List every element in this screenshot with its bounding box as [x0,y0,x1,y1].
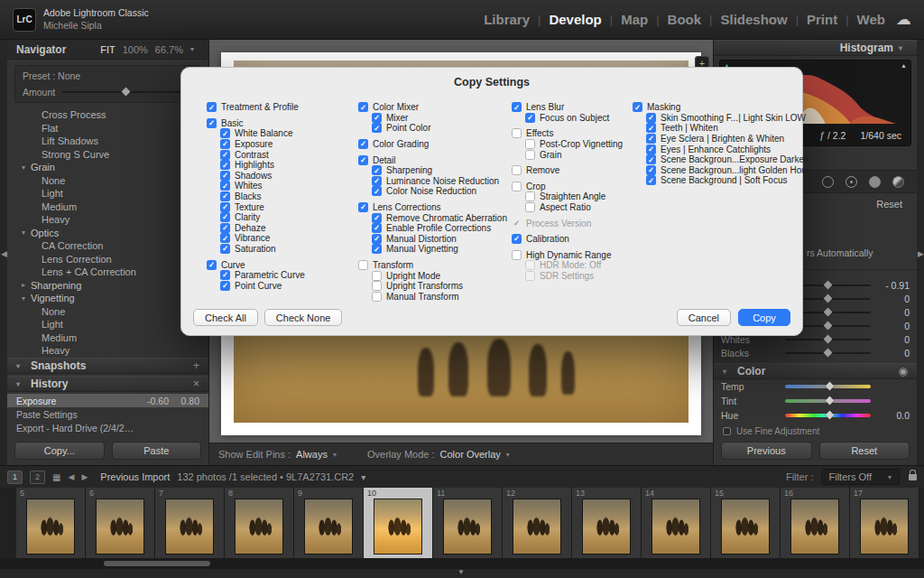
checkbox-sharpening[interactable]: ✓ [372,165,382,175]
filmstrip-thumbnail-5[interactable]: 5 [16,488,86,558]
filmstrip-thumbnail-15[interactable]: 15 [711,488,781,558]
thumbnail-photo[interactable] [166,499,213,554]
zoom-100-button[interactable]: 100% [123,44,148,55]
checkbox-row-clarity[interactable]: ✓Clarity [220,212,365,223]
module-tab-develop[interactable]: Develop [549,12,601,27]
history-step-paste-settings[interactable]: Paste Settings [7,407,208,421]
preset-item-heavy[interactable]: Heavy [7,344,208,358]
preset-item-lens-correction[interactable]: Lens Correction [7,253,208,266]
paste-settings-button[interactable]: Paste [112,442,202,460]
checkbox-row-white-balance[interactable]: ✓White Balance [220,128,365,139]
thumbnail-photo[interactable] [722,499,769,554]
checkbox-row-process-version[interactable]: ✓Process Version [512,218,670,228]
checkbox-mixer[interactable]: ✓ [372,113,382,123]
preset-item-medium[interactable]: Medium [7,200,208,214]
checkbox-highlights[interactable]: ✓ [220,160,230,170]
checkbox-row-straighten-angle[interactable]: Straighten Angle [525,191,670,202]
checkbox-aspect-ratio[interactable] [525,202,535,212]
healing-tool-icon[interactable] [845,176,857,188]
preset-item-light[interactable]: Light [7,318,208,331]
auto-update-label[interactable]: rs Automatically [807,247,873,258]
filmstrip-thumbnail-7[interactable]: 7 [155,488,225,558]
module-tab-map[interactable]: Map [621,12,648,27]
preset-item-ca-correction[interactable]: CA Correction [7,239,208,253]
zoom-dropdown-icon[interactable]: ▾ [190,45,199,53]
checkbox-row-detail[interactable]: ✓Detail [358,154,517,165]
checkbox-row-shadows[interactable]: ✓Shadows [220,171,365,182]
preset-item-medium[interactable]: Medium [7,331,208,345]
slider-knob[interactable] [823,334,832,343]
thumbnail-photo[interactable] [513,499,560,554]
filmstrip-thumbnail-14[interactable]: 14 [642,488,711,558]
amount-slider-knob[interactable] [121,88,130,97]
add-snapshot-button[interactable]: + [193,359,199,372]
history-step-exposure[interactable]: Exposure-0.600.80 [7,394,208,407]
clear-history-button[interactable]: × [193,378,199,390]
checkbox-color-noise-reduction[interactable]: ✓ [372,186,382,196]
module-tab-print[interactable]: Print [807,12,837,27]
checkbox-whites[interactable]: ✓ [220,181,230,191]
checkbox-contrast[interactable]: ✓ [220,150,230,160]
checkbox-effects[interactable] [512,128,522,138]
checkbox-lens-blur[interactable]: ✓ [512,102,522,112]
filmstrip-source[interactable]: Previous Import [100,471,170,482]
copy-button[interactable]: Copy [738,309,790,326]
checkbox-eyes-enhance-catchlights[interactable]: ✓ [646,144,656,154]
reset-button[interactable]: Reset [819,442,910,460]
filmstrip-selection-info[interactable]: 132 photos /1 selected • 9L7A2731.CR2 [177,471,354,482]
amount-slider[interactable] [62,91,193,93]
checkbox-row-mixer[interactable]: ✓Mixer [372,113,517,124]
checkbox-process-version[interactable]: ✓ [512,219,522,228]
checkbox-row-manual-distortion[interactable]: ✓Manual Distortion [372,234,517,245]
red-eye-tool-icon[interactable] [869,176,881,188]
checkbox-row-sharpening[interactable]: ✓Sharpening [372,165,517,176]
checkbox-upright-mode[interactable] [372,271,382,281]
checkbox-row-lens-corrections[interactable]: ✓Lens Corrections [358,202,517,213]
preset-item-none[interactable]: None [7,174,208,188]
temp-slider-knob[interactable] [825,382,834,391]
slider-track[interactable] [785,352,871,354]
slider-knob[interactable] [823,348,832,357]
checkbox-grain[interactable] [525,150,535,160]
checkbox-lens-corrections[interactable]: ✓ [358,202,368,212]
checkbox-row-manual-vignetting[interactable]: ✓Manual Vignetting [372,244,517,255]
checkbox-texture[interactable]: ✓ [220,202,230,212]
check-none-button[interactable]: Check None [264,309,343,326]
cloud-sync-icon[interactable]: ☁ [896,10,911,29]
preset-item-none[interactable]: None [7,305,208,319]
slider-knob[interactable] [823,307,832,316]
chevron-down-icon[interactable]: ▾ [361,472,365,482]
preset-item-light[interactable]: Light [7,187,208,200]
thumbnail-photo[interactable] [583,499,630,554]
checkbox-row-skin-smoothing-f-light-skin-low[interactable]: ✓Skin Smoothing F...| Light Skin LOW [646,113,791,124]
cancel-button[interactable]: Cancel [677,309,731,326]
checkbox-row-upright-mode[interactable]: Upright Mode [372,270,517,281]
filter-lock-icon[interactable] [909,474,917,480]
checkbox-row-color-noise-reduction[interactable]: ✓Color Noise Reduction [372,186,517,197]
overlay-mode-value[interactable]: Color Overlay [440,449,501,460]
next-photo-arrow-icon[interactable]: ▶ [81,472,88,481]
thumbnail-photo[interactable] [652,499,699,554]
checkbox-row-exposure[interactable]: ✓Exposure [220,139,365,150]
checkbox-remove-chromatic-aberration[interactable]: ✓ [372,213,382,223]
checkbox-row-sdr-settings[interactable]: SDR Settings [525,271,670,282]
crop-tool-icon[interactable] [822,176,834,188]
checkbox-saturation[interactable]: ✓ [220,244,230,254]
filmstrip-collapse-icon[interactable]: ▼ [457,568,465,576]
hue-slider[interactable] [785,414,871,417]
checkbox-skin-smoothing-f-light-skin-low[interactable]: ✓ [646,113,656,123]
temp-slider[interactable] [785,385,871,388]
checkbox-row-upright-transforms[interactable]: Upright Transforms [372,281,517,292]
checkbox-clarity[interactable]: ✓ [220,212,230,222]
checkbox-row-masking[interactable]: ✓Masking [633,102,791,113]
checkbox-straighten-angle[interactable] [525,191,535,201]
tint-slider-knob[interactable] [825,396,834,406]
thumbnail-photo[interactable] [374,499,421,554]
chevron-down-icon[interactable]: ▾ [333,451,337,459]
checkbox-masking[interactable]: ✓ [633,102,642,112]
checkbox-curve[interactable]: ✓ [207,260,217,270]
checkbox-scene-backgroun-light-golden-hour[interactable]: ✓ [646,165,656,175]
checkbox-row-basic[interactable]: ✓Basic [207,118,365,129]
thumbnail-photo[interactable] [444,499,491,554]
checkbox-remove[interactable] [512,165,522,175]
